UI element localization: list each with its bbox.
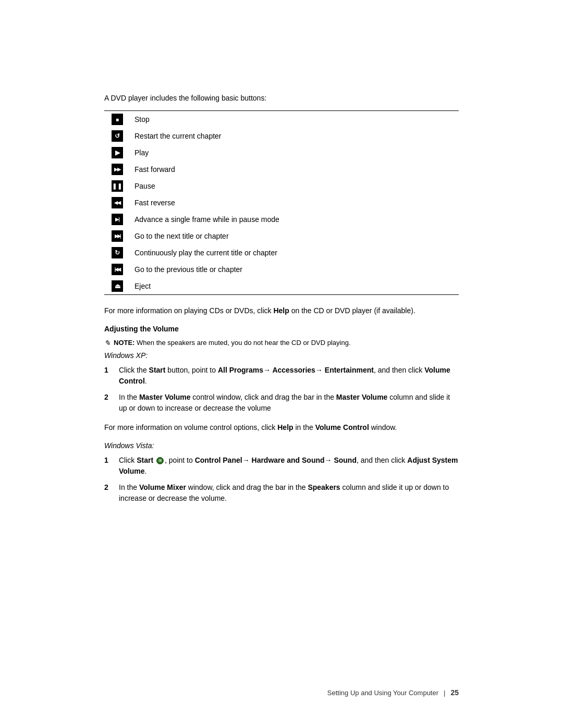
note-text: When the speakers are muted, you do not … — [134, 339, 350, 347]
icon-cell: |◀◀ — [104, 261, 130, 278]
section-heading: Adjusting the Volume — [104, 325, 459, 333]
stop-icon: ■ — [112, 114, 123, 125]
fast-forward-icon: ▶▶ — [112, 164, 123, 175]
fast-reverse-desc: Fast reverse — [130, 194, 459, 211]
footer-divider: | — [444, 689, 445, 697]
table-row: ■ Stop — [104, 111, 459, 128]
volume-control-para: For more information on volume control o… — [104, 422, 459, 433]
previous-icon: |◀◀ — [112, 264, 123, 275]
eject-icon: ⏏ — [112, 280, 123, 292]
footer-page-number: 25 — [450, 688, 459, 697]
footer-para-bold: Help — [273, 306, 289, 315]
windows-vista-label: Windows Vista: — [104, 441, 459, 450]
repeat-icon: ↻ — [112, 247, 123, 258]
icon-cell: ⏏ — [104, 278, 130, 295]
footer-para-text1: For more information on playing CDs or D… — [104, 306, 273, 315]
frame-advance-desc: Advance a single frame while in pause mo… — [130, 211, 459, 228]
list-number: 1 — [104, 365, 113, 387]
icon-cell: ▶ — [104, 144, 130, 161]
icon-cell: ❚❚ — [104, 178, 130, 194]
icon-cell: ↻ — [104, 244, 130, 261]
footer-para-text2: on the CD or DVD player (if available). — [289, 306, 415, 315]
icon-cell: ▶▶ — [104, 161, 130, 178]
fast-forward-desc: Fast forward — [130, 161, 459, 178]
icon-cell: ▶| — [104, 211, 130, 228]
table-row: ▶▶| Go to the next title or chapter — [104, 228, 459, 244]
windows-xp-label: Windows XP: — [104, 351, 459, 360]
page-footer: Setting Up and Using Your Computer | 25 — [0, 688, 563, 697]
note-box: ✎ NOTE: When the speakers are muted, you… — [104, 338, 459, 347]
icon-cell: ■ — [104, 111, 130, 128]
repeat-desc: Continuously play the current title or c… — [130, 244, 459, 261]
next-desc: Go to the next title or chapter — [130, 228, 459, 244]
dvd-buttons-table: ■ Stop ↺ Restart the current chapter ▶ P… — [104, 110, 459, 295]
stop-desc: Stop — [130, 111, 459, 128]
icon-cell: ↺ — [104, 128, 130, 144]
frame-advance-icon: ▶| — [112, 214, 123, 225]
steps-xp-list: 1 Click the Start button, point to All P… — [104, 365, 459, 414]
list-content: Click the Start button, point to All Pro… — [119, 365, 459, 387]
next-icon: ▶▶| — [112, 230, 123, 242]
play-desc: Play — [130, 144, 459, 161]
pause-icon: ❚❚ — [112, 180, 123, 192]
list-item: 1 Click the Start button, point to All P… — [104, 365, 459, 387]
start-orb-icon — [156, 457, 164, 464]
list-number: 1 — [104, 455, 113, 477]
list-item: 1 Click Start , point to Control Panel→ … — [104, 455, 459, 477]
footer-para: For more information on playing CDs or D… — [104, 305, 459, 316]
table-row: ⏏ Eject — [104, 278, 459, 295]
note-pencil-icon: ✎ — [104, 339, 111, 347]
intro-text: A DVD player includes the following basi… — [104, 94, 459, 102]
list-content: In the Master Volume control window, cli… — [119, 392, 459, 414]
list-number: 2 — [104, 392, 113, 414]
page-container: A DVD player includes the following basi… — [0, 0, 563, 728]
list-content: Click Start , point to Control Panel→ Ha… — [119, 455, 459, 477]
eject-desc: Eject — [130, 278, 459, 295]
table-row: ◀◀ Fast reverse — [104, 194, 459, 211]
table-row: ▶ Play — [104, 144, 459, 161]
list-item: 2 In the Volume Mixer window, click and … — [104, 482, 459, 504]
note-content: NOTE: When the speakers are muted, you d… — [114, 338, 351, 347]
note-label: NOTE: — [114, 339, 134, 347]
pause-desc: Pause — [130, 178, 459, 194]
table-row: ↻ Continuously play the current title or… — [104, 244, 459, 261]
table-row: ▶▶ Fast forward — [104, 161, 459, 178]
restart-icon: ↺ — [112, 130, 123, 142]
play-icon: ▶ — [112, 147, 123, 158]
list-content: In the Volume Mixer window, click and dr… — [119, 482, 459, 504]
previous-desc: Go to the previous title or chapter — [130, 261, 459, 278]
table-row: |◀◀ Go to the previous title or chapter — [104, 261, 459, 278]
footer-text: Setting Up and Using Your Computer — [327, 689, 438, 697]
list-number: 2 — [104, 482, 113, 504]
table-row: ❚❚ Pause — [104, 178, 459, 194]
table-row: ▶| Advance a single frame while in pause… — [104, 211, 459, 228]
steps-vista-list: 1 Click Start , point to Control Panel→ … — [104, 455, 459, 504]
table-row: ↺ Restart the current chapter — [104, 128, 459, 144]
icon-cell: ▶▶| — [104, 228, 130, 244]
icon-cell: ◀◀ — [104, 194, 130, 211]
restart-desc: Restart the current chapter — [130, 128, 459, 144]
fast-reverse-icon: ◀◀ — [112, 197, 123, 208]
list-item: 2 In the Master Volume control window, c… — [104, 392, 459, 414]
